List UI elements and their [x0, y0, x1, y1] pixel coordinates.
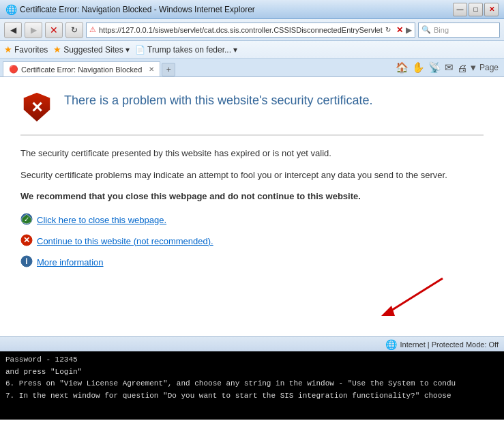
status-zone: 🌐 Internet | Protected Mode: Off [385, 339, 499, 350]
window-title: Certificate Error: Navigation Blocked - … [20, 5, 453, 14]
info-circle-icon: i [20, 255, 33, 269]
home-icon[interactable]: 🏠 [396, 61, 409, 74]
tab-error-icon: 🔴 [9, 65, 18, 74]
maximize-button[interactable]: □ [469, 3, 483, 16]
tab-label: Certificate Error: Navigation Blocked [21, 65, 142, 74]
svg-line-9 [388, 278, 443, 312]
status-zone-text: Internet | Protected Mode: Off [400, 340, 499, 349]
console-area: Password - 12345 and press "Login" 6. Pr… [0, 351, 504, 420]
arrow-annotation [361, 272, 449, 319]
more-info-link[interactable]: i More information [20, 255, 484, 269]
tab-bar: 🔴 Certificate Error: Navigation Blocked … [0, 59, 390, 76]
shield-icon: ✕ [20, 91, 53, 123]
suggested-sites-label: Suggested Sites ▾ [63, 45, 130, 55]
console-line-2: and press "Login" [5, 366, 499, 379]
svg-text:i: i [25, 257, 27, 266]
console-line-1: Password - 12345 [5, 354, 499, 366]
back-button[interactable]: ◀ [4, 22, 22, 38]
tab-toolbar-row: 🔴 Certificate Error: Navigation Blocked … [0, 59, 504, 77]
cert-header: ✕ There is a problem with this website's… [20, 91, 484, 136]
page-icon: 📄 [135, 45, 145, 55]
close-webpage-text[interactable]: Click here to close this webpage. [37, 215, 166, 225]
print-icon[interactable]: 🖨 [457, 62, 467, 74]
address-bar: ◀ ▶ ✕ ↻ ⚠ https://127.0.0.1/sisweb/servl… [0, 19, 504, 41]
more-info-text[interactable]: More information [37, 257, 104, 267]
read-mail-icon[interactable]: ✉ [445, 61, 454, 74]
favorites-label: Favorites [14, 45, 48, 55]
address-url: https://127.0.0.1/sisweb/servlet/cat.dcs… [99, 26, 383, 34]
trump-label: Trump takes on feder... ▾ [147, 45, 237, 55]
toolbar-right-icons: 🏠 ✋ 📡 ✉ 🖨 ▾ Page [390, 59, 504, 76]
content-area: ✕ There is a problem with this website's… [0, 77, 504, 336]
security-warning-icon: ⚠ [89, 25, 96, 34]
refresh-icon: ↻ [383, 26, 394, 33]
active-tab[interactable]: 🔴 Certificate Error: Navigation Blocked … [3, 61, 160, 76]
ie-icon: 🌐 [5, 4, 17, 15]
continue-warning-icon: ✕ [20, 234, 33, 248]
cert-recommendation: We recommend that you close this webpage… [20, 190, 484, 203]
console-line-4: 7. In the next window for question "Do y… [5, 390, 499, 403]
address-input-wrapper[interactable]: ⚠ https://127.0.0.1/sisweb/servlet/cat.d… [86, 23, 415, 38]
cert-error-title: There is a problem with this website's s… [64, 93, 373, 108]
minimize-button[interactable]: — [453, 3, 467, 16]
cert-body1: The security certificate presented by th… [20, 147, 484, 160]
svg-text:✕: ✕ [31, 99, 43, 116]
new-tab-button[interactable]: + [162, 63, 175, 76]
console-line-3: 6. Press on "View License Agreement", an… [5, 378, 499, 390]
address-close-icon: ✕ [396, 25, 403, 35]
continue-text[interactable]: Continue to this website (not recommende… [37, 236, 213, 246]
trump-link[interactable]: 📄 Trump takes on feder... ▾ [135, 45, 237, 55]
close-button[interactable]: ✕ [484, 3, 499, 16]
svg-marker-10 [381, 306, 395, 316]
feeds-icon[interactable]: 📡 [428, 61, 441, 74]
continue-link[interactable]: ✕ Continue to this website (not recommen… [20, 234, 484, 248]
svg-text:✕: ✕ [23, 235, 30, 245]
search-icon: 🔍 [421, 25, 431, 34]
go-icon: ▶ [406, 25, 412, 35]
status-bar: 🌐 Internet | Protected Mode: Off [0, 336, 504, 351]
search-box[interactable]: 🔍 Bing [418, 23, 500, 38]
favorites-star-icon: ★ [4, 44, 12, 55]
close-check-icon: ✓ [20, 213, 33, 227]
tab-close-button[interactable]: ✕ [149, 65, 154, 73]
title-bar: 🌐 Certificate Error: Navigation Blocked … [0, 0, 504, 19]
refresh-button[interactable]: ↻ [65, 22, 83, 38]
svg-text:✓: ✓ [24, 216, 29, 223]
cert-body2: Security certificate problems may indica… [20, 169, 484, 182]
favorites-center-icon[interactable]: ✋ [412, 61, 425, 74]
window-controls: — □ ✕ [453, 3, 499, 16]
favorites-button[interactable]: ★ Favorites [4, 44, 48, 55]
search-placeholder: Bing [434, 26, 449, 34]
tools-dropdown-icon[interactable]: ▾ [471, 61, 476, 74]
forward-button[interactable]: ▶ [25, 22, 42, 38]
suggested-sites-link[interactable]: ★ Suggested Sites ▾ [53, 44, 130, 55]
suggested-star-icon: ★ [53, 44, 61, 55]
globe-icon: 🌐 [385, 339, 397, 350]
favorites-bar: ★ Favorites ★ Suggested Sites ▾ 📄 Trump … [0, 41, 504, 59]
stop-button[interactable]: ✕ [45, 22, 63, 38]
close-webpage-link[interactable]: ✓ Click here to close this webpage. [20, 213, 484, 227]
page-label: Page [479, 63, 499, 72]
